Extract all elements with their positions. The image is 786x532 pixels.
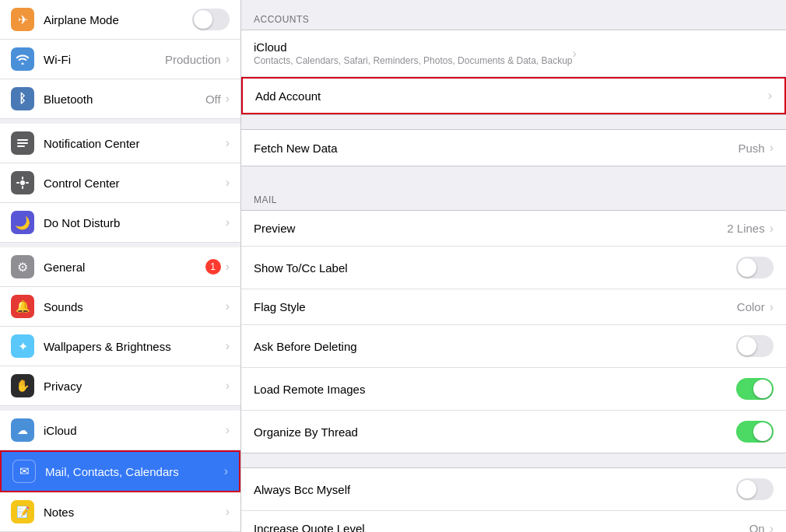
svg-rect-0 xyxy=(17,139,28,141)
bluetooth-value: Off xyxy=(205,93,221,106)
main-content: ACCOUNTS iCloud Contacts, Calendars, Saf… xyxy=(241,0,786,532)
sidebar-item-wallpapers[interactable]: ✦ Wallpapers & Brightness › xyxy=(0,327,240,366)
general-badge: 1 xyxy=(205,259,221,275)
gap2 xyxy=(241,166,786,180)
chevron-icon: › xyxy=(768,89,772,103)
icloud-account-sublabel: Contacts, Calendars, Safari, Reminders, … xyxy=(254,55,573,66)
sidebar-item-icloud[interactable]: ☁ iCloud › xyxy=(0,411,240,450)
bottom-list: Always Bcc Myself Increase Quote Level O… xyxy=(241,467,786,532)
wifi-icon xyxy=(11,47,34,71)
add-account-item[interactable]: Add Account › xyxy=(241,77,786,114)
fetch-new-data-value: Push xyxy=(738,142,764,155)
svg-rect-7 xyxy=(26,182,29,184)
sidebar-item-privacy[interactable]: ✋ Privacy › xyxy=(0,366,240,406)
chevron-icon: › xyxy=(226,215,230,229)
chevron-icon: › xyxy=(224,464,228,478)
fetch-list: Fetch New Data Push › xyxy=(241,129,786,166)
sidebar-item-label: Wi-Fi xyxy=(44,53,165,66)
load-remote-label: Load Remote Images xyxy=(254,383,736,396)
sidebar-item-label: Notification Center xyxy=(44,137,226,150)
airplane-mode-toggle[interactable] xyxy=(192,9,230,30)
airplane-mode-icon: ✈ xyxy=(11,8,34,31)
sidebar-item-label: Notes xyxy=(44,506,226,519)
load-remote-item[interactable]: Load Remote Images xyxy=(241,368,786,411)
sidebar-section-accounts: ☁ iCloud › ✉ Mail, Contacts, Calendars ›… xyxy=(0,411,240,532)
accounts-section-header: ACCOUNTS xyxy=(241,0,786,30)
sounds-icon: 🔔 xyxy=(11,295,34,318)
chevron-icon: › xyxy=(226,299,230,313)
add-account-label: Add Account xyxy=(255,89,768,103)
show-tocc-toggle[interactable] xyxy=(736,257,774,278)
sidebar-section-settings: ⚙ General 1 › 🔔 Sounds › ✦ Wallpapers & … xyxy=(0,247,240,406)
sidebar-section-connectivity: ✈ Airplane Mode Wi-Fi Production › ᛒ Blu… xyxy=(0,0,240,119)
sidebar-item-label: Do Not Disturb xyxy=(44,216,226,229)
ask-before-delete-item[interactable]: Ask Before Deleting xyxy=(241,325,786,368)
sidebar-item-airplane-mode[interactable]: ✈ Airplane Mode xyxy=(0,0,240,40)
show-tocc-item[interactable]: Show To/Cc Label xyxy=(241,247,786,289)
always-bcc-item[interactable]: Always Bcc Myself xyxy=(241,468,786,511)
sidebar: ✈ Airplane Mode Wi-Fi Production › ᛒ Blu… xyxy=(0,0,241,532)
sidebar-item-control-center[interactable]: Control Center › xyxy=(0,163,240,203)
preview-label: Preview xyxy=(254,222,727,235)
chevron-icon: › xyxy=(226,260,230,274)
flag-style-label: Flag Style xyxy=(254,300,737,313)
sidebar-item-notification-center[interactable]: Notification Center › xyxy=(0,124,240,163)
flag-style-value: Color xyxy=(737,300,765,313)
svg-rect-2 xyxy=(17,145,25,147)
sidebar-item-label: iCloud xyxy=(44,424,226,437)
wallpapers-icon: ✦ xyxy=(11,334,34,358)
notification-center-icon xyxy=(11,131,34,155)
sidebar-item-bluetooth[interactable]: ᛒ Bluetooth Off › xyxy=(0,79,240,119)
increase-quote-label: Increase Quote Level xyxy=(254,522,749,532)
chevron-icon: › xyxy=(226,136,230,150)
svg-rect-5 xyxy=(22,186,23,189)
chevron-icon: › xyxy=(770,300,774,314)
flag-style-item[interactable]: Flag Style Color › xyxy=(241,289,786,325)
sidebar-item-do-not-disturb[interactable]: 🌙 Do Not Disturb › xyxy=(0,203,240,243)
ask-before-delete-label: Ask Before Deleting xyxy=(254,340,736,353)
svg-rect-6 xyxy=(16,182,19,184)
notes-icon: 📝 xyxy=(11,500,34,523)
sidebar-item-label: Sounds xyxy=(44,300,226,313)
chevron-icon: › xyxy=(226,176,230,190)
mail-section-header: MAIL xyxy=(241,180,786,210)
icloud-account-info: iCloud Contacts, Calendars, Safari, Remi… xyxy=(254,40,573,66)
svg-rect-4 xyxy=(22,177,23,180)
bluetooth-icon: ᛒ xyxy=(11,87,34,110)
load-remote-toggle[interactable] xyxy=(736,378,774,400)
sidebar-item-general[interactable]: ⚙ General 1 › xyxy=(0,247,240,287)
organize-thread-toggle[interactable] xyxy=(736,421,774,443)
fetch-new-data-item[interactable]: Fetch New Data Push › xyxy=(241,130,786,166)
increase-quote-item[interactable]: Increase Quote Level On › xyxy=(241,511,786,532)
privacy-icon: ✋ xyxy=(11,374,34,397)
chevron-icon: › xyxy=(226,92,230,106)
wifi-value: Production xyxy=(165,53,221,66)
chevron-icon: › xyxy=(770,522,774,533)
sidebar-item-label: General xyxy=(44,261,205,274)
gap1 xyxy=(241,115,786,129)
sidebar-item-label: Bluetooth xyxy=(44,93,205,106)
icloud-account-item[interactable]: iCloud Contacts, Calendars, Safari, Remi… xyxy=(241,30,786,77)
organize-thread-item[interactable]: Organize By Thread xyxy=(241,411,786,453)
chevron-icon: › xyxy=(226,339,230,353)
fetch-new-data-label: Fetch New Data xyxy=(254,142,738,155)
show-tocc-label: Show To/Cc Label xyxy=(254,261,736,275)
chevron-icon: › xyxy=(770,141,774,155)
sidebar-item-label: Airplane Mode xyxy=(44,13,192,26)
gap3 xyxy=(241,453,786,467)
ask-before-delete-toggle[interactable] xyxy=(736,335,774,357)
always-bcc-toggle[interactable] xyxy=(736,478,774,500)
mail-icon: ✉ xyxy=(12,460,36,483)
chevron-icon: › xyxy=(573,47,577,61)
sidebar-item-mail[interactable]: ✉ Mail, Contacts, Calendars › xyxy=(0,450,240,492)
sidebar-item-wifi[interactable]: Wi-Fi Production › xyxy=(0,40,240,79)
control-center-icon xyxy=(11,171,34,194)
organize-thread-label: Organize By Thread xyxy=(254,425,736,439)
sidebar-item-notes[interactable]: 📝 Notes › xyxy=(0,492,240,532)
svg-point-3 xyxy=(20,180,25,185)
do-not-disturb-icon: 🌙 xyxy=(11,211,34,234)
sidebar-item-sounds[interactable]: 🔔 Sounds › xyxy=(0,287,240,327)
preview-item[interactable]: Preview 2 Lines › xyxy=(241,211,786,247)
general-icon: ⚙ xyxy=(11,255,34,278)
chevron-icon: › xyxy=(770,222,774,236)
